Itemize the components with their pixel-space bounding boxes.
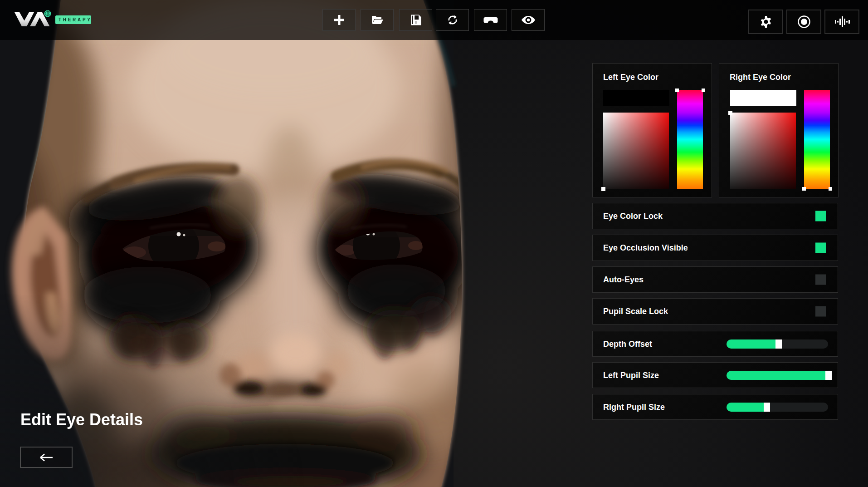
svg-text:THERAPY: THERAPY <box>59 17 92 22</box>
